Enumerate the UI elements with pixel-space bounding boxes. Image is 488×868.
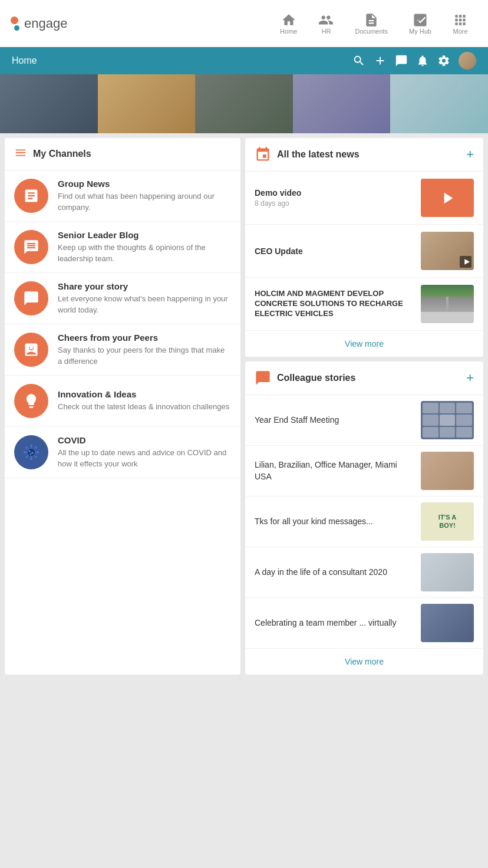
hero-seg-1 — [0, 74, 98, 133]
nav-myhub-label: My Hub — [409, 28, 431, 35]
latest-news-title: All the latest news — [277, 149, 466, 160]
colleague-stories-header: Colleague stories + — [245, 361, 483, 395]
colleague-stories-add[interactable]: + — [466, 370, 474, 386]
hero-seg-3 — [195, 74, 293, 133]
hero-seg-4 — [293, 74, 391, 133]
tks-title: Tks for all your kind messages... — [255, 516, 414, 528]
share-story-info: Share your story Let everyone know what'… — [58, 281, 231, 315]
innovation-desc: Check out the latest Ideas & innovation … — [58, 402, 229, 412]
story-tks[interactable]: Tks for all your kind messages... IT'S A… — [245, 497, 483, 547]
holcim-title: HOLCIM AND MAGMENT DEVELOP CONCRETE SOLU… — [255, 289, 414, 319]
cheers-peers-desc: Say thanks to your peers for the things … — [58, 345, 231, 366]
nav-documents-label: Documents — [355, 28, 388, 35]
nav-hr-label: HR — [322, 28, 331, 35]
search-icon[interactable] — [352, 54, 365, 67]
year-end-thumb — [421, 401, 474, 439]
nav-home[interactable]: Home — [269, 9, 308, 38]
nav-hr[interactable]: HR — [308, 9, 344, 38]
latest-news-view-more[interactable]: View more — [245, 331, 483, 357]
calendar-icon — [255, 146, 271, 163]
left-panel-header: My Channels — [5, 138, 240, 170]
holcim-text: HOLCIM AND MAGMENT DEVELOP CONCRETE SOLU… — [255, 289, 414, 319]
cheers-peers-info: Cheers from your Peers Say thanks to you… — [58, 333, 231, 366]
news-item-demo-video[interactable]: Demo video 8 days ago — [245, 172, 483, 225]
story-lilian[interactable]: Lilian, Brazilian, Office Manager, Miami… — [245, 446, 483, 497]
logo[interactable]: engage — [9, 16, 269, 31]
channel-covid[interactable]: COVID All the up to date news and advice… — [5, 427, 240, 478]
nav-home-label: Home — [280, 28, 297, 35]
ceo-thumb — [421, 232, 474, 270]
cheers-peers-icon — [14, 333, 48, 367]
colleague-stories-view-more[interactable]: View more — [245, 649, 483, 675]
channel-group-news[interactable]: Group News Find out what has been happen… — [5, 170, 240, 222]
settings-icon[interactable] — [437, 54, 450, 67]
channel-cheers-peers[interactable]: Cheers from your Peers Say thanks to you… — [5, 324, 240, 376]
logo-text: engage — [24, 16, 67, 31]
team-thumb — [421, 604, 474, 642]
innovation-info: Innovation & Ideas Check out the latest … — [58, 389, 229, 412]
my-channels-title: My Channels — [33, 149, 91, 159]
story-consultant[interactable]: A day in the life of a consultant 2020 — [245, 547, 483, 598]
hamburger-icon[interactable] — [14, 146, 27, 162]
nav-more-label: More — [453, 28, 467, 35]
home-bar: Home — [0, 47, 488, 74]
latest-news-card: All the latest news + Demo video 8 days … — [245, 138, 483, 357]
logo-dot-orange — [11, 17, 18, 24]
left-panel: My Channels Group News Find out what has… — [5, 138, 240, 675]
channel-innovation[interactable]: Innovation & Ideas Check out the latest … — [5, 376, 240, 427]
year-end-title: Year End Staff Meeting — [255, 415, 414, 426]
group-news-icon — [14, 179, 48, 213]
share-story-name: Share your story — [58, 281, 231, 291]
covid-desc: All the up to date news and advice on CO… — [58, 448, 231, 469]
senior-leader-info: Senior Leader Blog Keep up with the thou… — [58, 230, 231, 264]
bell-icon[interactable] — [416, 54, 429, 67]
svg-point-23 — [30, 453, 32, 455]
ceo-text: CEO Update — [255, 246, 414, 256]
home-bar-actions — [352, 52, 476, 70]
nav-documents[interactable]: Documents — [344, 9, 398, 38]
colleague-stories-icon — [255, 370, 271, 386]
lilian-thumb — [421, 452, 474, 490]
latest-news-header: All the latest news + — [245, 138, 483, 172]
latest-news-add[interactable]: + — [466, 147, 474, 162]
story-team[interactable]: Celebrating a team member ... virtually — [245, 598, 483, 649]
svg-marker-24 — [464, 259, 470, 264]
svg-point-22 — [32, 452, 34, 454]
add-icon[interactable] — [374, 54, 387, 67]
colleague-stories-title: Colleague stories — [277, 373, 466, 383]
group-news-name: Group News — [58, 179, 231, 189]
nav-myhub[interactable]: My Hub — [398, 9, 442, 38]
consultant-title: A day in the life of a consultant 2020 — [255, 567, 414, 578]
news-item-holcim[interactable]: HOLCIM AND MAGMENT DEVELOP CONCRETE SOLU… — [245, 278, 483, 331]
logo-dot-teal — [14, 25, 19, 31]
tks-thumb: IT'S ABOY! — [421, 502, 474, 541]
cheers-peers-name: Cheers from your Peers — [58, 333, 231, 343]
covid-name: COVID — [58, 435, 231, 445]
lilian-title: Lilian, Brazilian, Office Manager, Miami… — [255, 459, 414, 482]
demo-video-date: 8 days ago — [255, 199, 414, 208]
demo-video-text: Demo video 8 days ago — [255, 188, 414, 208]
senior-leader-name: Senior Leader Blog — [58, 230, 231, 240]
senior-leader-desc: Keep up with the thoughts & opinions of … — [58, 242, 231, 264]
news-item-ceo[interactable]: CEO Update — [245, 225, 483, 278]
hero-seg-5 — [390, 74, 488, 133]
demo-video-thumb — [421, 179, 474, 217]
share-story-icon — [14, 281, 48, 315]
ceo-title: CEO Update — [255, 246, 414, 256]
covid-info: COVID All the up to date news and advice… — [58, 435, 231, 469]
demo-video-title: Demo video — [255, 188, 414, 198]
hero-banner — [0, 74, 488, 133]
story-year-end[interactable]: Year End Staff Meeting — [245, 395, 483, 446]
consultant-thumb — [421, 553, 474, 591]
chat-icon[interactable] — [395, 54, 408, 67]
channel-share-story[interactable]: Share your story Let everyone know what'… — [5, 273, 240, 324]
covid-icon — [14, 435, 48, 469]
share-story-desc: Let everyone know what's been happening … — [58, 294, 231, 315]
nav-more[interactable]: More — [442, 9, 479, 38]
home-bar-title: Home — [12, 55, 37, 66]
hero-seg-2 — [98, 74, 196, 133]
avatar[interactable] — [459, 52, 476, 70]
channel-senior-leader[interactable]: Senior Leader Blog Keep up with the thou… — [5, 222, 240, 273]
nav-items: Home HR Documents My Hub More — [269, 9, 479, 38]
holcim-thumb — [421, 285, 474, 323]
